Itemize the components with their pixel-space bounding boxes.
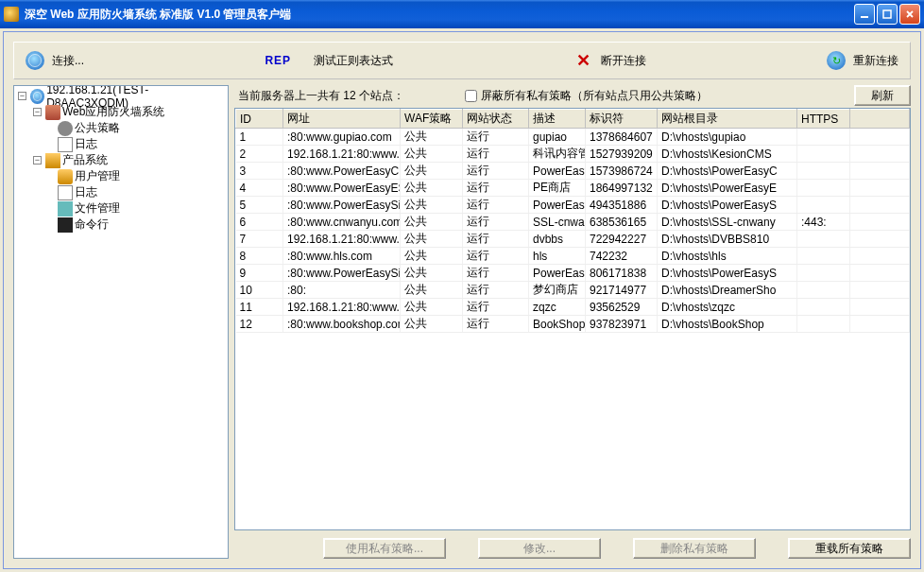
col-root[interactable]: 网站根目录 (658, 110, 797, 129)
table-row[interactable]: 5:80:www.PowerEasySite公共运行PowerEasyS4943… (236, 197, 910, 214)
cell-root: D:\vhosts\SSL-cnwany (658, 214, 797, 231)
tree-public-policy[interactable]: 公共策略 (16, 120, 226, 136)
col-https[interactable]: HTTPS (797, 110, 850, 129)
cell-status: 运行 (463, 197, 529, 214)
cell-https (797, 282, 850, 299)
table-row[interactable]: 9:80:www.PowerEasySite公共运行PowerEasyS8061… (236, 265, 910, 282)
col-desc[interactable]: 描述 (529, 110, 586, 129)
use-private-button[interactable]: 使用私有策略... (323, 538, 446, 559)
sites-table: ID 网址 WAF策略 网站状态 描述 标识符 网站根目录 HTTPS 1:80… (235, 109, 910, 333)
client-area: 连接... REP 测试正则表达式 ✕ 断开连接 重新连接 − 192.168.… (3, 31, 921, 569)
tree-log2-label: 日志 (75, 184, 97, 200)
col-status[interactable]: 网站状态 (463, 110, 529, 129)
cell-id: 9 (236, 265, 283, 282)
tree-panel[interactable]: − 192.168.1.21(TEST-D8AAC3XQDM) − Web应用防… (13, 85, 229, 559)
summary-text: 当前服务器上一共有 12 个站点： (234, 88, 404, 104)
col-ident[interactable]: 标识符 (586, 110, 658, 129)
cell-root: D:\vhosts\PowerEasyS (658, 197, 797, 214)
table-row[interactable]: 12:80:www.bookshop.com公共运行BookShop937823… (236, 316, 910, 333)
tree-file-mgmt-label: 文件管理 (75, 200, 120, 217)
tree-user-mgmt[interactable]: 用户管理 (16, 168, 226, 184)
reconnect-button[interactable]: 重新连接 (815, 43, 910, 78)
cell-ident: 1527939209 (586, 146, 658, 163)
col-id[interactable]: ID (236, 110, 283, 129)
cell-status: 运行 (463, 129, 529, 146)
table-row[interactable]: 4:80:www.PowerEasyESho公共运行PE商店1864997132… (236, 180, 910, 197)
expander-icon[interactable]: − (33, 156, 42, 165)
close-button[interactable] (899, 4, 920, 25)
col-last[interactable] (850, 110, 910, 129)
cell-url: :80:www.PowerEasyCMS. (283, 163, 401, 180)
cell-waf: 公共 (401, 231, 463, 248)
svg-rect-1 (883, 10, 891, 18)
col-waf[interactable]: WAF策略 (401, 110, 463, 129)
connect-label: 连接... (52, 53, 84, 69)
expander-icon[interactable]: − (33, 108, 42, 116)
table-row[interactable]: 2192.168.1.21:80:www.K公共运行科讯内容管152793920… (236, 146, 910, 163)
cell-root: D:\vhosts\DreamerSho (658, 282, 797, 299)
test-regex-label: 测试正则表达式 (314, 53, 393, 69)
reload-all-button[interactable]: 重载所有策略 (788, 538, 911, 559)
table-row[interactable]: 7192.168.1.21:80:www.d公共运行dvbbs722942227… (236, 231, 910, 248)
product-icon (45, 153, 60, 168)
cell-https: :443: (797, 214, 850, 231)
disconnect-icon: ✕ (574, 51, 593, 70)
table-row[interactable]: 8:80:www.hls.com公共运行hls742232D:\vhosts\h… (236, 248, 910, 265)
bottom-buttons: 使用私有策略... 修改... 删除私有策略 重载所有策略 (234, 530, 911, 559)
cell-ident: 806171838 (586, 265, 658, 282)
cell-id: 12 (236, 316, 283, 333)
cell-https (797, 146, 850, 163)
reconnect-label: 重新连接 (853, 53, 898, 69)
cell-ident: 1864997132 (586, 180, 658, 197)
disconnect-label: 断开连接 (601, 53, 646, 69)
tree-log2[interactable]: 日志 (16, 184, 226, 200)
mask-private-label: 屏蔽所有私有策略（所有站点只用公共策略） (481, 88, 708, 104)
table-row[interactable]: 1:80:www.gupiao.com公共运行gupiao1378684607D… (236, 129, 910, 146)
cell-root: D:\vhosts\DVBBS810 (658, 231, 797, 248)
cell-url: :80:www.gupiao.com (283, 129, 401, 146)
cell-url: :80:www.hls.com (283, 248, 401, 265)
modify-button[interactable]: 修改... (478, 538, 601, 559)
minimize-button[interactable] (854, 4, 875, 25)
cell-url: :80:www.PowerEasySite (283, 265, 401, 282)
cell-waf: 公共 (401, 265, 463, 282)
tree-cmdline[interactable]: 命令行 (16, 217, 226, 233)
col-url[interactable]: 网址 (283, 110, 401, 129)
cell-root: D:\vhosts\PowerEasyE (658, 180, 797, 197)
tree-product-system[interactable]: − 产品系统 (16, 152, 226, 168)
cell-url: :80:www.bookshop.com (283, 316, 401, 333)
cell-waf: 公共 (401, 180, 463, 197)
table-header-row: ID 网址 WAF策略 网站状态 描述 标识符 网站根目录 HTTPS (236, 110, 910, 129)
cell-id: 4 (236, 180, 283, 197)
maximize-button[interactable] (877, 4, 898, 25)
table-row[interactable]: 10:80:公共运行梦幻商店921714977D:\vhosts\Dreamer… (236, 282, 910, 299)
refresh-button[interactable]: 刷新 (854, 85, 911, 106)
firewall-icon (45, 105, 60, 120)
cell-id: 6 (236, 214, 283, 231)
connect-button[interactable]: 连接... (14, 43, 95, 78)
mask-private-checkbox[interactable]: 屏蔽所有私有策略（所有站点只用公共策略） (465, 88, 708, 104)
tree-root[interactable]: − 192.168.1.21(TEST-D8AAC3XQDM) (16, 88, 226, 104)
delete-private-button[interactable]: 删除私有策略 (633, 538, 756, 559)
tree-file-mgmt[interactable]: 文件管理 (16, 200, 226, 217)
tree-log[interactable]: 日志 (16, 136, 226, 152)
cell-root: D:\vhosts\zqzc (658, 299, 797, 316)
table-row[interactable]: 11192.168.1.21:80:www.z公共运行zqzc93562529D… (236, 299, 910, 316)
cell-ident: 93562529 (586, 299, 658, 316)
cell-desc: PowerEasyS (529, 197, 586, 214)
mask-private-checkbox-input[interactable] (465, 90, 477, 102)
rep-button[interactable]: REP (253, 43, 302, 78)
tree-log-label: 日志 (75, 136, 97, 152)
sites-table-wrap[interactable]: ID 网址 WAF策略 网站状态 描述 标识符 网站根目录 HTTPS 1:80… (234, 108, 911, 530)
cell-https (797, 265, 850, 282)
test-regex-button[interactable]: 测试正则表达式 (302, 43, 404, 78)
table-row[interactable]: 3:80:www.PowerEasyCMS.公共运行PowerEasyC1573… (236, 163, 910, 180)
cell-https (797, 299, 850, 316)
users-icon (58, 169, 73, 184)
disconnect-button[interactable]: ✕ 断开连接 (563, 43, 658, 78)
file-icon (58, 201, 73, 217)
cell-root: D:\vhosts\BookShop (658, 316, 797, 333)
cell-id: 2 (236, 146, 283, 163)
expander-icon[interactable]: − (18, 92, 26, 100)
table-row[interactable]: 6:80:www.cnwanyu.com公共运行SSL-cnwany638536… (236, 214, 910, 231)
